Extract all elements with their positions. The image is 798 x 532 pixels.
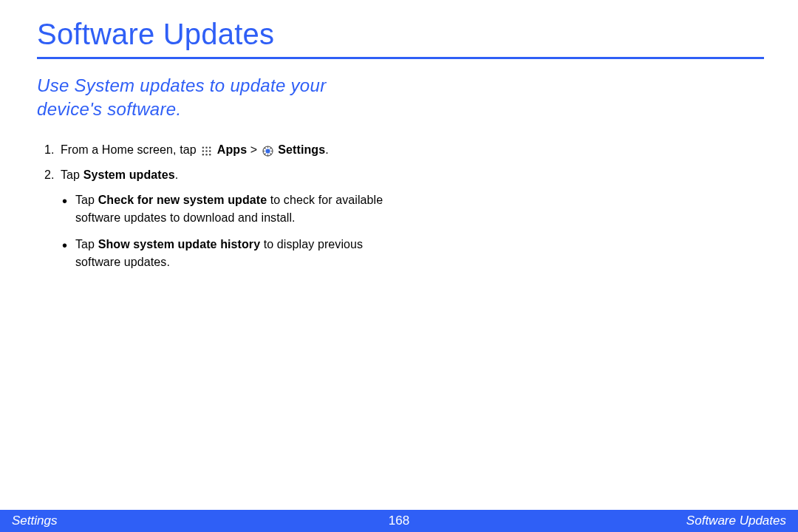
footer-page-number: 168 — [389, 514, 409, 528]
step-1: From a Home screen, tap Apps > Settings. — [58, 141, 392, 159]
step-1-text-a: From a Home screen, tap — [61, 143, 200, 156]
settings-label: Settings — [278, 143, 325, 156]
breadcrumb-separator: > — [247, 143, 261, 156]
page-title: Software Updates — [37, 18, 764, 59]
body-content: From a Home screen, tap Apps > Settings.… — [37, 141, 392, 271]
bullet-2: Tap Show system update history to displa… — [62, 236, 392, 271]
step-2-bold: System updates — [83, 168, 175, 181]
footer-section: Settings — [12, 514, 57, 528]
svg-line-17 — [270, 148, 271, 149]
svg-line-18 — [265, 154, 266, 155]
apps-label: Apps — [217, 143, 247, 156]
bullet-1: Tap Check for new system update to check… — [62, 191, 392, 227]
bullet-1-bold: Check for new system update — [98, 194, 267, 206]
page-subtitle: Use System updates to update your device… — [37, 74, 392, 122]
apps-icon — [201, 144, 212, 155]
bullet-2-a: Tap — [75, 238, 98, 250]
svg-point-1 — [206, 147, 208, 149]
svg-point-7 — [206, 154, 208, 155]
step-2-text-a: Tap — [61, 168, 83, 181]
svg-point-5 — [209, 150, 211, 151]
page-footer: Settings 168 Software Updates — [0, 510, 798, 532]
svg-line-15 — [265, 148, 266, 149]
steps-list: From a Home screen, tap Apps > Settings.… — [37, 141, 392, 271]
step-2-end: . — [175, 168, 179, 181]
svg-point-8 — [209, 154, 211, 155]
settings-icon — [262, 144, 273, 155]
svg-point-6 — [202, 154, 204, 155]
svg-point-2 — [209, 147, 211, 149]
bullet-1-a: Tap — [75, 194, 98, 206]
svg-point-10 — [265, 149, 270, 153]
step-1-end: . — [325, 143, 329, 156]
bullet-list: Tap Check for new system update to check… — [61, 191, 392, 271]
footer-title: Software Updates — [686, 514, 786, 528]
svg-line-16 — [270, 154, 271, 155]
svg-point-4 — [206, 150, 208, 151]
svg-point-3 — [202, 150, 204, 151]
svg-point-0 — [202, 147, 204, 149]
bullet-2-bold: Show system update history — [98, 238, 261, 250]
step-2: Tap System updates. Tap Check for new sy… — [58, 166, 392, 271]
